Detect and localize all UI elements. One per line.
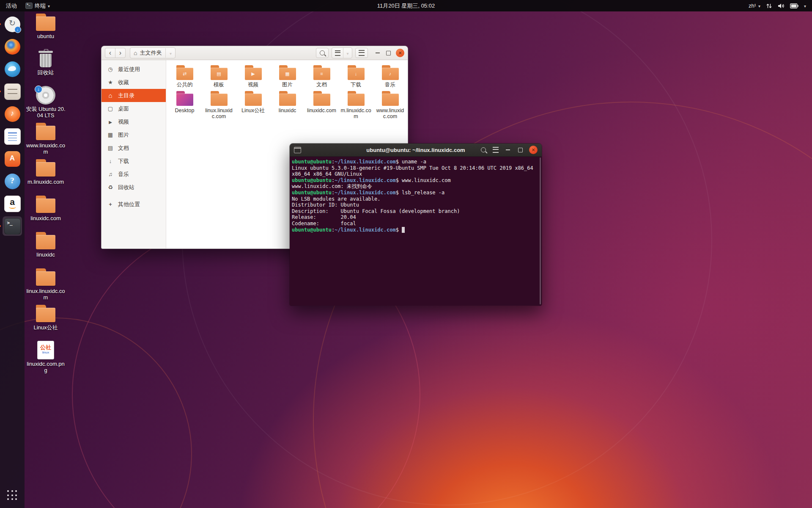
file-item[interactable]: www.linuxidc.com [373, 88, 407, 119]
file-item-label: linux.linuxidc.com [203, 108, 235, 119]
file-item[interactable]: Desktop [167, 88, 202, 113]
clock-button[interactable]: 11月20日 星期三, 05:02 [377, 2, 435, 10]
downloads-icon [107, 158, 114, 164]
sidebar-item-star[interactable]: 收藏 [102, 76, 166, 89]
sidebar-item-pictures[interactable]: 图片 [102, 128, 166, 141]
sidebar-item-home[interactable]: 主目录 [102, 89, 166, 102]
desktop-icon-ubuntu-folder[interactable]: ubuntu [26, 13, 66, 49]
desktop-icon-label: 安装 Ubuntu 20.04 LTS [26, 106, 66, 119]
sidebar-item-recent[interactable]: 最近使用 [102, 63, 166, 76]
terminal-line: No LSB modules are available. [292, 196, 538, 202]
desktop-icon-linuxidc-com[interactable]: linuxidc.com [26, 195, 66, 231]
search-icon [481, 147, 486, 152]
folder-icon [34, 304, 57, 323]
close-button[interactable] [396, 49, 404, 57]
battery-icon[interactable] [790, 3, 798, 8]
input-method-caret-icon [758, 3, 760, 9]
terminal-menu-button[interactable] [492, 146, 499, 153]
list-view-button[interactable] [332, 48, 343, 58]
terminal-icon [4, 218, 21, 235]
desktop-icon-trash[interactable]: 回收站 [26, 49, 66, 86]
file-item-label: linuxidc.com [307, 108, 336, 113]
amazon-icon [4, 196, 21, 212]
sidebar-item-music[interactable]: 音乐 [102, 168, 166, 181]
app-menu-button[interactable]: 终端 [25, 2, 50, 10]
terminal-window-icon[interactable] [294, 147, 301, 153]
desktop-icon-www-linuxidc-com[interactable]: www.linuxidc.com [26, 122, 66, 158]
folder-emblem-icon: ▦ [278, 71, 297, 77]
dock-item-rhythmbox[interactable] [3, 104, 22, 124]
file-item[interactable]: linuxidc [270, 88, 304, 113]
dock-item-ubuntu-software[interactable] [3, 149, 22, 168]
file-item[interactable]: ▦图片 [270, 62, 304, 88]
sidebar-item-downloads[interactable]: 下载 [102, 155, 166, 168]
file-item[interactable]: linuxidc.com [304, 88, 339, 113]
path-dropdown-button[interactable] [165, 48, 175, 58]
dock-item-thunderbird[interactable] [3, 59, 22, 79]
terminal-output[interactable]: ubuntu@ubuntu:~/linux.linuxidc.com$ unam… [290, 157, 542, 306]
dock-item-files[interactable] [3, 82, 22, 101]
terminal-window: ubuntu@ubuntu: ~/linux.linuxidc.com ubun… [289, 143, 542, 306]
minimize-button[interactable] [375, 50, 381, 56]
sidebar-item-other[interactable]: 其他位置 [102, 198, 166, 211]
view-options-button[interactable] [343, 48, 352, 58]
file-item[interactable]: ▤模板 [202, 62, 236, 88]
files-icon [4, 83, 21, 100]
sidebar-item-desktop[interactable]: 桌面 [102, 102, 166, 115]
file-item[interactable]: ⇄公共的 [167, 62, 202, 88]
desktop-icon-linux-linuxidc-com[interactable]: linux.linuxidc.com [26, 268, 66, 304]
file-item[interactable]: m.linuxidc.com [339, 88, 373, 119]
file-item[interactable]: Linux公社 [236, 88, 270, 113]
dock-item-help[interactable] [3, 171, 22, 191]
hamburger-icon [359, 50, 365, 56]
desktop-icon-label: Linux公社 [33, 325, 58, 331]
terminal-scrollbar[interactable] [540, 157, 541, 304]
network-icon[interactable] [766, 3, 772, 9]
file-item[interactable]: ≡文档 [304, 62, 339, 88]
volume-icon[interactable] [778, 3, 785, 9]
menu-button[interactable] [355, 48, 368, 58]
file-item[interactable]: linux.linuxidc.com [202, 88, 236, 119]
terminal-titlebar[interactable]: ubuntu@ubuntu: ~/linux.linuxidc.com [290, 144, 542, 157]
file-item[interactable]: ▶视频 [236, 62, 270, 88]
desktop-icon-label: 回收站 [38, 70, 54, 76]
dock-item-software-updater[interactable] [3, 14, 22, 34]
sidebar-item-videos[interactable]: 视频 [102, 115, 166, 128]
back-button[interactable] [105, 48, 115, 58]
software-updater-icon [5, 17, 20, 32]
dock-item-firefox[interactable] [3, 37, 22, 56]
terminal-line: Release: 20.04 [292, 214, 538, 221]
terminal-search-button[interactable] [480, 146, 487, 153]
folder-icon [34, 195, 57, 214]
file-item[interactable]: ♪音乐 [373, 62, 407, 88]
files-titlebar[interactable]: 主文件夹 [102, 46, 408, 60]
system-menu-caret-icon[interactable] [804, 3, 806, 9]
folder-icon [34, 122, 57, 141]
maximize-button[interactable] [385, 50, 391, 56]
forward-button[interactable] [115, 48, 126, 58]
terminal-close-button[interactable] [529, 146, 538, 154]
activities-button[interactable]: 活动 [6, 2, 17, 10]
path-button[interactable]: 主文件夹 [130, 47, 176, 58]
view-toggle-button[interactable] [332, 47, 352, 58]
sidebar-item-trash[interactable]: 回收站 [102, 181, 166, 194]
desktop-icon-ubuntu-installer[interactable]: 安装 Ubuntu 20.04 LTS [26, 86, 66, 122]
terminal-minimize-button[interactable] [505, 146, 511, 153]
dock [0, 11, 25, 508]
input-method-button[interactable]: zh¹ [749, 3, 760, 9]
folder-emblem-icon: ⇄ [175, 71, 195, 77]
home-icon [107, 92, 114, 99]
desktop-icon-linuxidc[interactable]: linuxidc [26, 231, 66, 268]
dock-item-terminal[interactable] [3, 216, 22, 236]
desktop-icon-linuxidc-com-png[interactable]: 公社linuxlinuxidc.com.png [26, 340, 66, 377]
terminal-maximize-button[interactable] [517, 146, 524, 153]
file-item[interactable]: ↓下载 [339, 62, 373, 88]
show-applications-button[interactable] [4, 487, 21, 504]
music-icon [107, 171, 114, 177]
dock-item-amazon[interactable] [3, 194, 22, 213]
dock-item-libreoffice-writer[interactable] [3, 127, 22, 146]
search-button[interactable] [316, 48, 329, 58]
desktop-icon-linux-gongshe[interactable]: Linux公社 [26, 304, 66, 340]
desktop-icon-m-linuxidc-com[interactable]: m.linuxidc.com [26, 158, 66, 195]
sidebar-item-documents[interactable]: 文档 [102, 141, 166, 155]
